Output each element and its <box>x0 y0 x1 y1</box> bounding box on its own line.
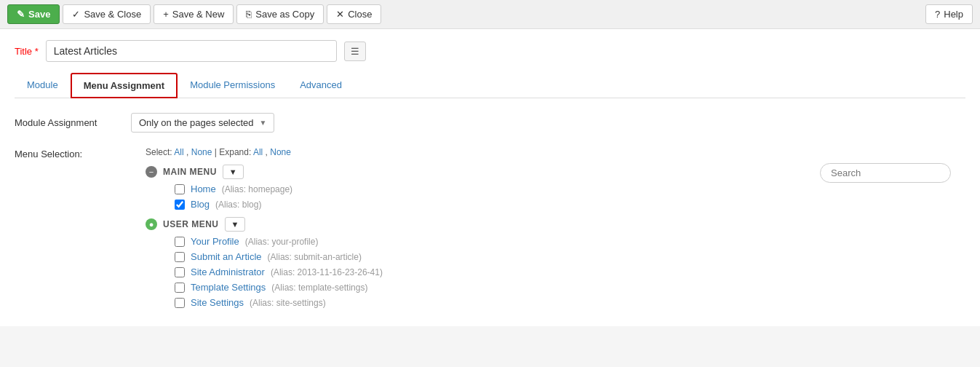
site-admin-alias: (Alias: 2013-11-16-23-26-41) <box>271 267 383 277</box>
main-menu-name: MAIN MENU <box>163 167 217 177</box>
save-copy-button[interactable]: ⎘ Save as Copy <box>236 4 324 24</box>
content-body: Title * ☰ Module Menu Assignment Module … <box>0 29 980 326</box>
select-none-link[interactable]: None <box>191 147 212 157</box>
user-menu-header: ● USER MENU ▼ <box>146 217 965 232</box>
copy-icon: ⎘ <box>246 9 252 20</box>
site-admin-link[interactable]: Site Administrator <box>191 267 265 277</box>
menu-selection-row: Menu Selection: Select: All , None | Exp… <box>15 147 965 315</box>
tabs: Module Menu Assignment Module Permission… <box>15 73 965 98</box>
template-settings-alias: (Alias: template-settings) <box>271 283 367 293</box>
your-profile-checkbox[interactable] <box>175 237 185 247</box>
list-item: Blog (Alias: blog) <box>175 199 965 210</box>
close-icon: ✕ <box>336 9 344 20</box>
title-row: Title * ☰ <box>15 40 965 62</box>
title-action-icon[interactable]: ☰ <box>344 42 366 61</box>
submit-article-link[interactable]: Submit an Article <box>191 251 262 262</box>
help-button[interactable]: ? Help <box>925 4 973 24</box>
blog-checkbox[interactable] <box>175 200 185 210</box>
user-menu-dropdown[interactable]: ▼ <box>225 217 246 232</box>
template-settings-checkbox[interactable] <box>175 283 185 293</box>
submit-article-checkbox[interactable] <box>175 252 185 262</box>
title-label: Title * <box>15 46 39 57</box>
module-assignment-label: Module Assignment <box>15 117 131 128</box>
main-menu-items: Home (Alias: homepage) Blog (Alias: blog… <box>146 184 965 210</box>
user-menu-items: Your Profile (Alias: your-profile) Submi… <box>146 236 965 308</box>
save-icon: ✎ <box>17 9 25 20</box>
expand-all-link[interactable]: All <box>253 147 263 157</box>
select-links: Select: All , None | Expand: All , None <box>146 147 965 157</box>
main-menu-collapse-icon[interactable]: − <box>146 166 157 178</box>
user-menu-name: USER MENU <box>163 219 219 229</box>
site-settings-alias: (Alias: site-settings) <box>250 298 326 308</box>
list-item: Template Settings (Alias: template-setti… <box>175 282 965 293</box>
search-input[interactable] <box>820 163 951 183</box>
menu-wrapper: − MAIN MENU ▼ Home (Alias: homepage) <box>146 165 965 308</box>
menu-selection-content: Select: All , None | Expand: All , None <box>146 147 965 315</box>
blog-link[interactable]: Blog <box>191 199 210 210</box>
check-icon: ✓ <box>72 9 80 20</box>
site-settings-link[interactable]: Site Settings <box>191 297 244 308</box>
chevron-down-icon: ▼ <box>260 119 267 127</box>
main-menu-dropdown[interactable]: ▼ <box>223 165 244 179</box>
tab-advanced[interactable]: Advanced <box>287 73 354 98</box>
site-admin-checkbox[interactable] <box>175 267 185 277</box>
tab-module-permissions[interactable]: Module Permissions <box>178 73 287 98</box>
close-button[interactable]: ✕ Close <box>327 4 381 24</box>
list-item: Your Profile (Alias: your-profile) <box>175 236 965 247</box>
blog-alias: (Alias: blog) <box>215 200 261 210</box>
select-all-link[interactable]: All <box>174 147 183 157</box>
your-profile-link[interactable]: Your Profile <box>191 236 239 247</box>
toolbar: ✎ Save ✓ Save & Close + Save & New ⎘ Sav… <box>0 0 980 29</box>
home-alias: (Alias: homepage) <box>222 184 292 194</box>
site-settings-checkbox[interactable] <box>175 298 185 308</box>
save-new-button[interactable]: + Save & New <box>154 4 234 24</box>
list-item: Site Administrator (Alias: 2013-11-16-23… <box>175 267 965 277</box>
submit-article-alias: (Alias: submit-an-article) <box>268 252 362 262</box>
your-profile-alias: (Alias: your-profile) <box>245 237 319 247</box>
save-button[interactable]: ✎ Save <box>7 4 60 24</box>
home-checkbox[interactable] <box>175 184 185 194</box>
list-item: Site Settings (Alias: site-settings) <box>175 297 965 308</box>
chevron-down-icon: ▼ <box>231 220 239 229</box>
title-input[interactable] <box>46 40 337 62</box>
save-close-button[interactable]: ✓ Save & Close <box>63 4 151 24</box>
chevron-down-icon: ▼ <box>229 167 237 176</box>
plus-icon: + <box>163 9 169 20</box>
expand-none-link[interactable]: None <box>270 147 291 157</box>
help-icon: ? <box>935 9 940 20</box>
home-link[interactable]: Home <box>191 184 216 194</box>
user-menu-expand-icon[interactable]: ● <box>146 218 157 230</box>
list-item: Submit an Article (Alias: submit-an-arti… <box>175 251 965 262</box>
user-menu-group: ● USER MENU ▼ Your Profile (Alias: your-… <box>146 217 965 308</box>
template-settings-link[interactable]: Template Settings <box>191 282 266 293</box>
menu-selection-label: Menu Selection: <box>15 147 131 159</box>
tab-module[interactable]: Module <box>15 73 71 98</box>
module-assignment-dropdown[interactable]: Only on the pages selected ▼ <box>131 113 274 133</box>
module-assignment-row: Module Assignment Only on the pages sele… <box>15 113 965 133</box>
tab-menu-assignment[interactable]: Menu Assignment <box>71 73 178 98</box>
list-item: Home (Alias: homepage) <box>175 184 965 194</box>
